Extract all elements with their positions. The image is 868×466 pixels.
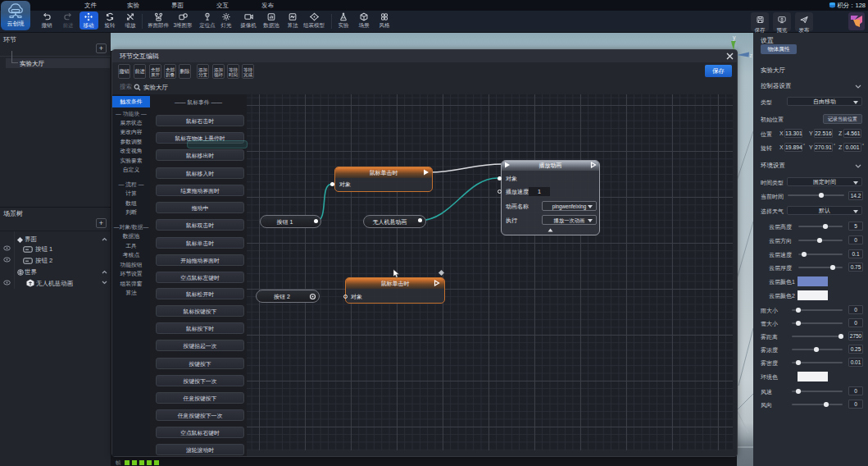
svg-text:z: z (750, 53, 753, 58)
svg-text:y: y (733, 34, 736, 41)
